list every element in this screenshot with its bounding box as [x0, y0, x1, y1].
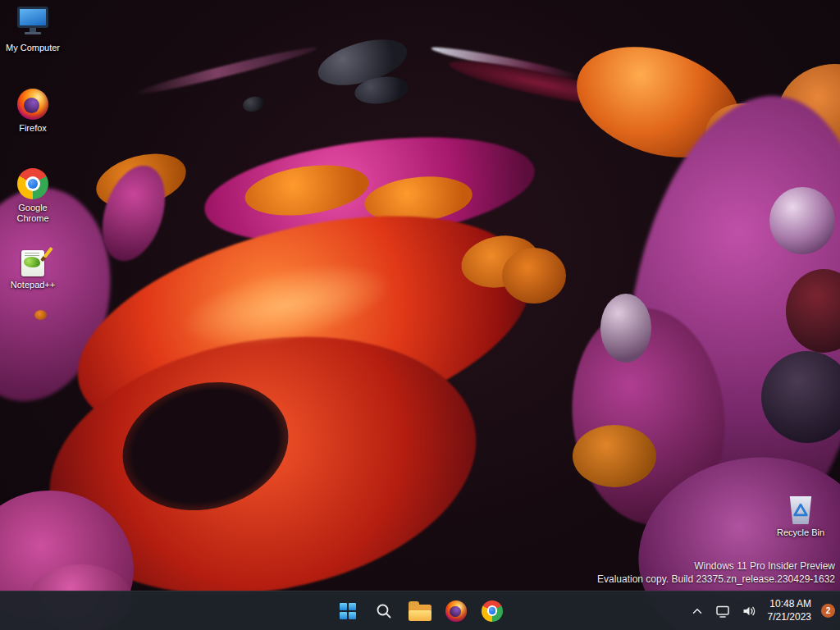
tray-time: 10:48 AM: [769, 598, 811, 611]
desktop-icon-firefox[interactable]: Firefox: [2, 89, 64, 134]
windows-watermark: Windows 11 Pro Insider Preview Evaluatio…: [597, 559, 835, 586]
wallpaper-shape: [769, 187, 835, 254]
watermark-line1: Windows 11 Pro Insider Preview: [597, 559, 835, 573]
chevron-up-icon: [690, 604, 705, 619]
folder-icon: [409, 605, 431, 621]
desktop-icon-my-computer[interactable]: My Computer: [2, 7, 64, 53]
network-button[interactable]: [710, 596, 735, 626]
taskbar-center-group: [331, 595, 509, 628]
desktop-icon-google-chrome[interactable]: Google Chrome: [2, 168, 64, 224]
search-button[interactable]: [368, 595, 400, 628]
chrome-icon: [482, 600, 503, 622]
desktop-icon-notepad-plus-plus[interactable]: Notepad++: [2, 250, 64, 290]
windows-logo-icon: [340, 603, 356, 619]
computer-icon: [16, 7, 49, 39]
wallpaper-shape: [133, 43, 318, 98]
desktop[interactable]: My Computer Firefox Google Chrome Notepa…: [0, 0, 840, 630]
wallpaper-shape: [502, 248, 566, 304]
taskbar-clock[interactable]: 10:48 AM 7/21/2023: [763, 596, 816, 626]
search-icon: [375, 602, 393, 620]
network-icon: [714, 603, 731, 619]
wallpaper-shape: [34, 310, 47, 320]
taskbar: 10:48 AM 7/21/2023 2: [0, 591, 840, 630]
tray-chevron-button[interactable]: [686, 596, 709, 626]
desktop-icon-label: Firefox: [19, 123, 47, 134]
watermark-line2: Evaluation copy. Build 23375.zn_release.…: [597, 573, 835, 586]
wallpaper-shape: [573, 425, 656, 487]
desktop-icon-label: Notepad++: [11, 280, 55, 290]
volume-button[interactable]: [737, 596, 761, 626]
firefox-icon: [445, 600, 467, 622]
wallpaper-shape: [600, 294, 651, 363]
recycle-bin-icon: [788, 496, 813, 524]
wallpaper-shape: [241, 94, 265, 113]
desktop-icon-label: Google Chrome: [11, 203, 54, 224]
notification-badge[interactable]: 2: [821, 604, 835, 618]
desktop-icon-label: My Computer: [6, 43, 60, 53]
desktop-icon-recycle-bin[interactable]: Recycle Bin: [769, 496, 832, 538]
firefox-icon: [17, 89, 48, 120]
start-button[interactable]: [331, 595, 364, 628]
speaker-icon: [741, 603, 757, 619]
chrome-icon: [17, 168, 48, 199]
notepad-icon: [21, 250, 44, 276]
desktop-icon-label: Recycle Bin: [777, 527, 824, 538]
firefox-taskbar-button[interactable]: [440, 595, 472, 628]
taskbar-tray: 10:48 AM 7/21/2023 2: [686, 591, 835, 630]
file-explorer-button[interactable]: [404, 595, 436, 628]
tray-date: 7/21/2023: [768, 611, 811, 624]
chrome-taskbar-button[interactable]: [476, 595, 509, 628]
